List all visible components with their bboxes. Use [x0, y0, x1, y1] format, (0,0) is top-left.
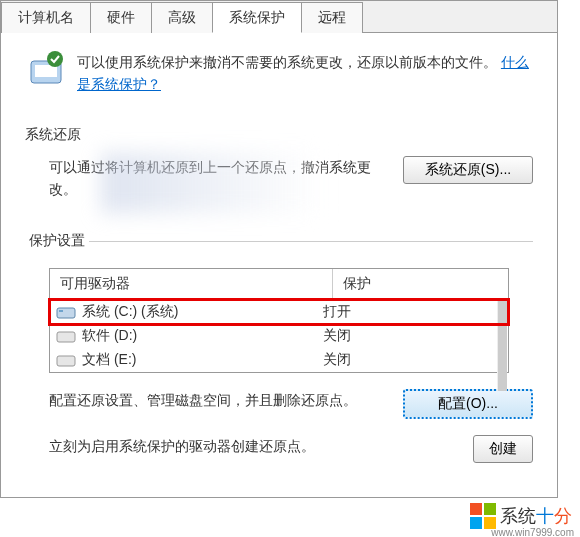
column-header-drive[interactable]: 可用驱动器	[50, 269, 333, 299]
svg-rect-4	[59, 310, 63, 312]
microsoft-logo-icon	[470, 503, 496, 529]
drive-icon	[56, 328, 76, 344]
tab-advanced[interactable]: 高级	[151, 2, 213, 33]
tab-remote[interactable]: 远程	[301, 2, 363, 33]
tab-computer-name[interactable]: 计算机名	[1, 2, 91, 33]
drive-name: 软件 (D:)	[82, 327, 323, 345]
system-restore-button[interactable]: 系统还原(S)...	[403, 156, 533, 184]
svg-rect-5	[57, 332, 75, 342]
column-header-status[interactable]: 保护	[333, 269, 508, 299]
tab-system-protection[interactable]: 系统保护	[212, 2, 302, 33]
configure-button[interactable]: 配置(O)...	[403, 389, 533, 419]
drive-status: 打开	[323, 303, 508, 321]
drive-name: 系统 (C:) (系统)	[82, 303, 323, 321]
watermark-text: 系统十分	[500, 504, 572, 528]
svg-point-2	[47, 51, 63, 67]
drive-list: 可用驱动器 保护 系统 (C:) (系统) 打开 软件 (D:) 关闭	[49, 268, 509, 373]
intro-text: 可以使用系统保护来撤消不需要的系统更改，还原以前版本的文件。 什么是系统保护？	[77, 51, 533, 96]
protection-settings-heading: 保护设置	[25, 232, 89, 250]
drive-status: 关闭	[323, 351, 508, 369]
system-restore-heading: 系统还原	[25, 126, 533, 144]
watermark-url: www.win7999.com	[491, 527, 574, 537]
blurred-region	[101, 153, 321, 213]
tab-bar: 计算机名 硬件 高级 系统保护 远程	[1, 1, 557, 33]
drive-status: 关闭	[323, 327, 508, 345]
tab-hardware[interactable]: 硬件	[90, 2, 152, 33]
drive-row-software-d[interactable]: 软件 (D:) 关闭	[50, 324, 508, 348]
svg-rect-3	[57, 308, 75, 318]
drive-icon	[56, 352, 76, 368]
drive-row-system-c[interactable]: 系统 (C:) (系统) 打开	[50, 300, 508, 324]
svg-rect-6	[57, 356, 75, 366]
drive-row-documents-e[interactable]: 文档 (E:) 关闭	[50, 348, 508, 372]
create-button[interactable]: 创建	[473, 435, 533, 463]
create-description: 立刻为启用系统保护的驱动器创建还原点。	[49, 435, 315, 457]
drive-name: 文档 (E:)	[82, 351, 323, 369]
drive-system-icon	[56, 304, 76, 320]
system-protection-icon	[25, 51, 67, 93]
configure-description: 配置还原设置、管理磁盘空间，并且删除还原点。	[49, 389, 357, 411]
